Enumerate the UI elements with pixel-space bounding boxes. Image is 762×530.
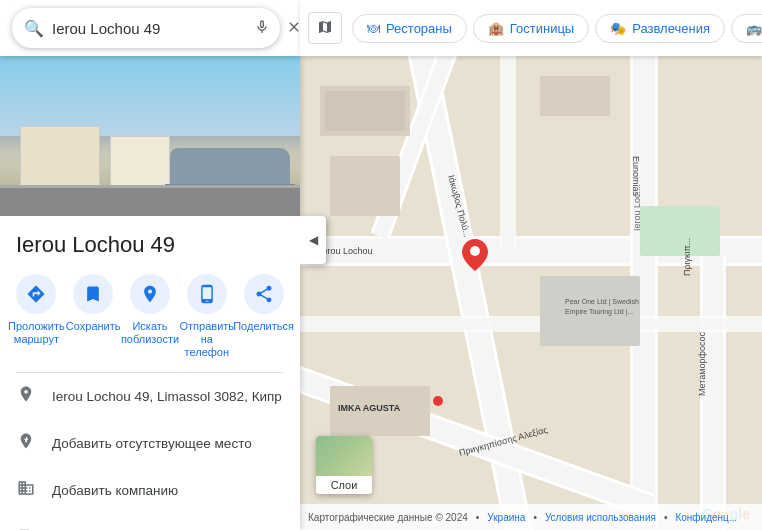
route-label: Проложить маршрут: [8, 320, 65, 346]
map-type-button[interactable]: [308, 12, 342, 44]
place-title: Ierou Lochou 49: [0, 216, 300, 266]
nearby-icon: [130, 274, 170, 314]
svg-text:Πριγκιπ...: Πριγκιπ...: [682, 238, 692, 276]
add-place-text: Добавить отсутствующее место: [52, 436, 252, 451]
add-label-row[interactable]: Добавить ярлык: [0, 514, 300, 530]
layers-label: Слои: [316, 476, 372, 494]
search-bar[interactable]: 🔍: [12, 8, 280, 48]
svg-text:Empire Touring Ltd |...: Empire Touring Ltd |...: [565, 308, 633, 316]
svg-rect-21: [540, 76, 610, 116]
save-button[interactable]: Сохранить: [67, 274, 119, 360]
restaurant-icon: 🍽: [367, 21, 380, 36]
add-label-icon: [16, 526, 36, 530]
tab-hotels[interactable]: 🏨 Гостиницы: [473, 14, 589, 43]
layers-button[interactable]: Слои: [316, 436, 372, 494]
svg-rect-20: [330, 156, 400, 216]
send-phone-icon: [187, 274, 227, 314]
svg-point-27: [433, 396, 443, 406]
svg-text:Pear One Ltd | Swedish: Pear One Ltd | Swedish: [565, 298, 639, 306]
save-label: Сохранить: [66, 320, 121, 333]
search-icon: 🔍: [24, 19, 44, 38]
route-icon: [16, 274, 56, 314]
svg-rect-17: [640, 206, 720, 256]
copyright-text: Картографические данные © 2024: [308, 512, 468, 523]
map-footer: Картографические данные © 2024 • Украина…: [300, 504, 762, 530]
hero-image: [0, 56, 300, 216]
mic-icon[interactable]: [250, 15, 274, 42]
entertainment-icon: 🎭: [610, 21, 626, 36]
address-row[interactable]: Ierou Lochou 49, Limassol 3082, Кипр: [0, 373, 300, 420]
add-place-row[interactable]: Добавить отсутствующее место: [0, 420, 300, 467]
terms-text[interactable]: Условия использования: [545, 512, 656, 523]
privacy-text[interactable]: Конфиденц...: [675, 512, 737, 523]
nearby-button[interactable]: Искать поблизости: [124, 274, 176, 360]
svg-text:Ierou Lochou: Ierou Lochou: [320, 246, 373, 256]
action-buttons-row: Проложить маршрут Сохранить Искать побли…: [0, 266, 300, 372]
map-area[interactable]: Pear One Ltd | Swedish Empire Touring Lt…: [300, 56, 762, 530]
send-phone-label: Отправить на телефон: [180, 320, 235, 360]
save-icon: [73, 274, 113, 314]
tab-entertainment[interactable]: 🎭 Развлечения: [595, 14, 725, 43]
svg-rect-14: [300, 318, 762, 330]
add-place-icon: [16, 432, 36, 455]
ukraine-text[interactable]: Украина: [487, 512, 525, 523]
search-input[interactable]: [52, 20, 242, 37]
add-business-icon: [16, 479, 36, 502]
address-icon: [16, 385, 36, 408]
tab-transport[interactable]: 🚌 Общ. транспорт: [731, 14, 762, 43]
footer-separator-1: •: [476, 512, 480, 523]
svg-text:Метаморфосос: Метаморфосос: [697, 331, 707, 396]
hotel-icon: 🏨: [488, 21, 504, 36]
send-phone-button[interactable]: Отправить на телефон: [181, 274, 233, 360]
collapse-panel-button[interactable]: ◀: [300, 216, 326, 264]
footer-separator-3: •: [664, 512, 668, 523]
share-icon: [244, 274, 284, 314]
nearby-label: Искать поблизости: [121, 320, 179, 346]
svg-text:IMKA AGUSTA: IMKA AGUSTA: [338, 403, 401, 413]
footer-separator-2: •: [533, 512, 537, 523]
share-label: Поделиться: [233, 320, 294, 333]
add-business-row[interactable]: Добавить компанию: [0, 467, 300, 514]
address-text: Ierou Lochou 49, Limassol 3082, Кипр: [52, 389, 282, 404]
svg-rect-16: [502, 56, 514, 246]
share-button[interactable]: Поделиться: [238, 274, 290, 360]
transport-icon: 🚌: [746, 21, 762, 36]
svg-rect-19: [325, 91, 405, 131]
tab-restaurants[interactable]: 🍽 Рестораны: [352, 14, 467, 43]
add-business-text: Добавить компанию: [52, 483, 178, 498]
svg-point-36: [470, 246, 480, 256]
svg-text:Eunomias: Eunomias: [631, 156, 641, 197]
route-button[interactable]: Проложить маршрут: [10, 274, 62, 360]
